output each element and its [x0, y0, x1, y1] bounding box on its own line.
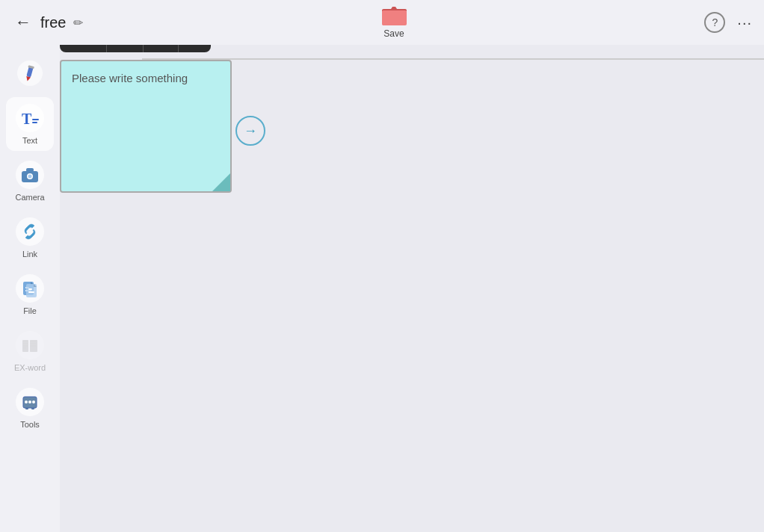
card-placeholder-text: Please write something — [72, 72, 188, 84]
svg-rect-26 — [23, 343, 28, 344]
svg-point-37 — [32, 400, 35, 403]
file-icon — [15, 273, 45, 303]
header-center: Save — [83, 3, 704, 42]
svg-rect-31 — [31, 343, 36, 344]
header: ← free ✏ Save ? ··· — [0, 0, 764, 45]
svg-rect-22 — [28, 288, 32, 290]
svg-rect-28 — [23, 347, 26, 349]
sidebar-item-text[interactable]: T Text — [6, 97, 54, 151]
page-title: free — [40, 14, 66, 31]
exword-icon — [15, 330, 45, 360]
svg-rect-25 — [23, 341, 28, 342]
sidebar-item-camera-label: Camera — [15, 193, 44, 202]
svg-rect-39 — [31, 407, 34, 409]
sidebar-item-exword: EX-word — [6, 324, 54, 378]
camera-icon — [15, 160, 45, 190]
sidebar-item-file-label: File — [23, 306, 37, 315]
save-label: Save — [383, 28, 404, 39]
svg-rect-32 — [31, 345, 36, 347]
svg-rect-27 — [23, 345, 28, 347]
sidebar-item-link-label: Link — [22, 250, 37, 259]
more-icon: ··· — [737, 14, 752, 31]
arrow-connector-button[interactable]: → — [235, 116, 265, 146]
pen-icon — [15, 58, 45, 88]
sidebar-item-pen[interactable] — [6, 52, 54, 94]
save-icon — [381, 3, 407, 27]
back-icon: ← — [15, 13, 31, 32]
edit-title-icon[interactable]: ✏ — [73, 16, 83, 30]
header-right: ? ··· — [704, 12, 752, 33]
sidebar: T Text Camera Link — [0, 45, 60, 532]
save-button[interactable]: Save — [381, 3, 407, 39]
text-icon: T — [15, 103, 45, 133]
back-button[interactable]: ← — [12, 10, 34, 35]
svg-point-15 — [16, 217, 44, 246]
header-left: ← free ✏ — [12, 10, 83, 35]
help-button[interactable]: ? — [704, 12, 725, 33]
svg-rect-8 — [32, 119, 39, 120]
svg-point-35 — [25, 400, 28, 403]
sidebar-item-text-label: Text — [22, 136, 37, 145]
svg-point-36 — [28, 400, 31, 403]
svg-rect-21 — [28, 291, 34, 293]
sidebar-item-file[interactable]: File — [6, 267, 54, 321]
svg-rect-1 — [382, 10, 407, 25]
sidebar-item-tools[interactable]: Tools — [6, 381, 54, 435]
sidebar-item-tools-label: Tools — [20, 420, 40, 429]
svg-point-14 — [28, 175, 32, 179]
svg-rect-38 — [25, 407, 28, 409]
more-button[interactable]: ··· — [737, 14, 752, 31]
svg-rect-30 — [31, 341, 36, 342]
sticky-card[interactable]: Please write something — [60, 60, 232, 193]
canvas-divider — [142, 58, 764, 60]
sidebar-item-exword-label: EX-word — [14, 363, 46, 372]
link-icon — [15, 217, 45, 247]
sidebar-item-link[interactable]: Link — [6, 211, 54, 265]
arrow-icon: → — [244, 123, 257, 139]
help-icon: ? — [704, 12, 725, 33]
sidebar-item-camera[interactable]: Camera — [6, 154, 54, 208]
svg-text:T: T — [22, 111, 32, 127]
tools-icon — [15, 387, 45, 417]
svg-rect-9 — [32, 122, 37, 123]
svg-rect-12 — [26, 168, 34, 172]
